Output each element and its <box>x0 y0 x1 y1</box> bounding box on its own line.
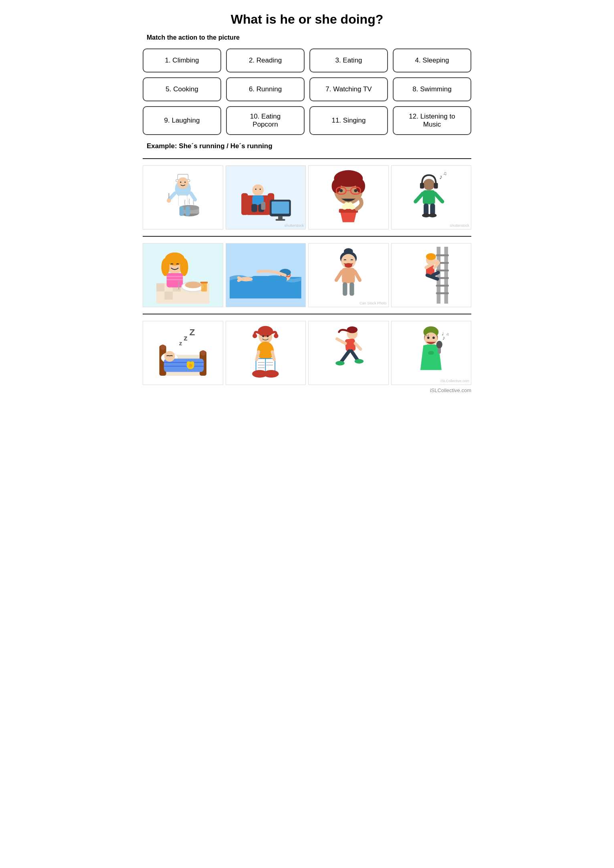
image-watching-tv: shutterstock <box>226 165 306 230</box>
svg-text:♫: ♫ <box>446 331 449 336</box>
svg-line-92 <box>355 272 360 280</box>
svg-rect-70 <box>167 273 183 288</box>
svg-point-4 <box>180 181 181 183</box>
svg-rect-28 <box>276 219 285 221</box>
svg-text:Z: Z <box>189 326 195 337</box>
svg-rect-94 <box>349 282 354 296</box>
svg-line-91 <box>336 272 342 280</box>
svg-line-7 <box>191 193 195 199</box>
svg-point-19 <box>252 184 264 195</box>
svg-rect-93 <box>343 282 347 296</box>
image-singing: ♪ ♫ ♩ iSLCollective.com <box>391 321 472 385</box>
svg-rect-102 <box>436 292 449 294</box>
svg-point-89 <box>345 263 352 268</box>
svg-rect-26 <box>272 201 289 214</box>
svg-point-153 <box>354 359 364 363</box>
image-running <box>308 321 389 385</box>
svg-rect-76 <box>201 282 207 291</box>
svg-rect-15 <box>186 206 190 216</box>
svg-rect-97 <box>436 254 449 256</box>
svg-point-131 <box>263 335 265 337</box>
svg-text:♪: ♪ <box>439 173 442 180</box>
instruction-text: Match the action to the picture <box>147 34 471 41</box>
divider-1 <box>143 158 471 159</box>
image-climbing <box>391 243 472 307</box>
image-eating <box>143 243 223 307</box>
word-box-5: 5. Cooking <box>143 77 221 101</box>
svg-rect-51 <box>424 203 428 215</box>
svg-text:z: z <box>184 334 187 342</box>
example-text: Example: She´s running / He´s running <box>147 142 471 150</box>
svg-rect-47 <box>434 183 438 188</box>
svg-rect-48 <box>423 190 435 205</box>
svg-rect-29 <box>261 202 266 210</box>
footer-text: iSLCollective.com <box>143 387 471 393</box>
word-box-1: 1. Climbing <box>143 48 221 73</box>
svg-point-21 <box>260 189 261 190</box>
svg-point-163 <box>428 351 434 354</box>
svg-point-3 <box>177 177 188 189</box>
svg-point-119 <box>164 351 175 362</box>
divider-2 <box>143 236 471 237</box>
svg-point-129 <box>253 334 257 338</box>
image-row-3: z z Z <box>143 321 471 385</box>
word-box-12: 12. Listening toMusic <box>393 106 471 135</box>
word-box-6: 6. Running <box>226 77 305 101</box>
svg-rect-101 <box>436 285 449 287</box>
svg-rect-23 <box>252 204 257 212</box>
svg-point-159 <box>427 336 430 339</box>
svg-point-8 <box>167 198 171 203</box>
page-title: What is he or she doing? <box>143 12 471 27</box>
word-box-11: 11. Singing <box>309 106 388 135</box>
svg-point-152 <box>335 361 345 365</box>
svg-point-114 <box>200 350 206 355</box>
image-swimming <box>226 243 306 307</box>
image-cooking <box>143 165 223 230</box>
image-sleeping: z z Z <box>143 321 223 385</box>
word-box-2: 2. Reading <box>226 48 305 73</box>
svg-line-50 <box>435 193 442 201</box>
svg-point-54 <box>429 213 437 218</box>
svg-rect-83 <box>251 276 287 282</box>
word-box-8: 8. Swimming <box>393 77 471 101</box>
svg-rect-87 <box>347 248 350 253</box>
svg-rect-58 <box>156 283 164 291</box>
word-box-10: 10. EatingPopcorn <box>226 106 305 135</box>
svg-line-151 <box>351 351 358 360</box>
svg-point-160 <box>433 336 435 339</box>
image-row-1: shutterstock <box>143 165 471 230</box>
svg-line-141 <box>257 352 259 359</box>
svg-line-148 <box>337 339 345 343</box>
svg-point-128 <box>258 326 273 337</box>
svg-point-112 <box>160 344 165 350</box>
divider-3 <box>143 314 471 314</box>
svg-rect-14 <box>179 206 184 216</box>
svg-rect-147 <box>345 338 355 351</box>
svg-point-37 <box>339 189 343 192</box>
image-laughing: Can Stock Photo <box>308 243 389 307</box>
svg-point-74 <box>185 282 201 288</box>
svg-text:♩: ♩ <box>442 331 444 336</box>
svg-text:z: z <box>179 340 182 346</box>
svg-point-104 <box>426 253 436 260</box>
svg-point-132 <box>267 335 269 337</box>
word-grid: 1. Climbing 2. Reading 3. Eating 4. Slee… <box>143 48 471 135</box>
svg-point-44 <box>348 202 352 206</box>
svg-point-130 <box>274 334 279 338</box>
svg-rect-52 <box>430 203 435 215</box>
word-box-9: 9. Laughing <box>143 106 221 135</box>
svg-point-165 <box>436 341 442 348</box>
word-box-7: 7. Watching TV <box>309 77 388 101</box>
svg-point-20 <box>255 189 257 190</box>
svg-rect-17 <box>242 193 248 215</box>
word-box-3: 3. Eating <box>309 48 388 73</box>
word-box-4: 4. Sleeping <box>393 48 471 73</box>
svg-line-49 <box>416 193 423 201</box>
svg-point-38 <box>354 189 357 192</box>
svg-line-142 <box>273 352 275 359</box>
svg-rect-46 <box>420 183 424 188</box>
svg-rect-90 <box>342 268 355 283</box>
svg-rect-77 <box>200 282 208 283</box>
svg-text:♫: ♫ <box>443 171 447 176</box>
svg-line-149 <box>355 343 360 349</box>
